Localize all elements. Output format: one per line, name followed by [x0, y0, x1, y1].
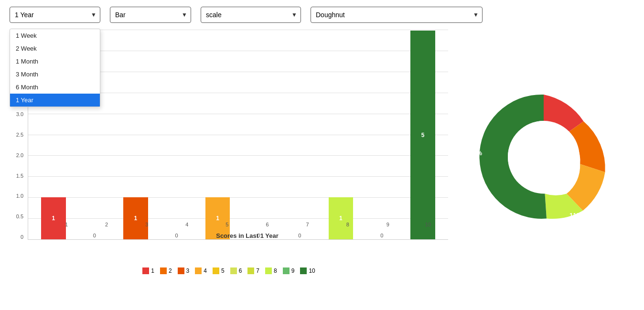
y-label-15: 1.5 [16, 173, 23, 179]
dd-option-2week[interactable]: 2 Week [10, 42, 100, 55]
legend-label-3: 3 [186, 267, 190, 274]
legend-label-1: 1 [151, 267, 154, 274]
legend-label-4: 4 [204, 267, 207, 274]
legend-item-3: 3 [178, 267, 190, 274]
dd-option-6month[interactable]: 6 Month [10, 81, 100, 94]
legend-color-9 [283, 267, 290, 274]
scale-select[interactable]: scalelinearlog [201, 7, 301, 23]
doughnut-chart: 11% 11% 11% 11% 56% [462, 75, 625, 238]
top-controls: 1 Week2 Week1 Month3 Month6 Month1 Year … [0, 0, 644, 30]
y-label-20: 2.0 [16, 152, 23, 158]
legend-item-4: 4 [195, 267, 207, 274]
x-label-10: 10 [408, 222, 448, 227]
y-label-25: 2.5 [16, 132, 23, 138]
bar-10: 5 [410, 31, 435, 239]
bar-group-10: 5 [402, 30, 443, 239]
legend-color-8 [265, 267, 272, 274]
legend-item-5: 5 [213, 267, 225, 274]
legend-color-4 [195, 267, 202, 274]
legend-color-6 [230, 267, 237, 274]
legend-label-2: 2 [169, 267, 172, 274]
donut-label-11-orange: 11% [617, 154, 630, 161]
y-label-00: 0 [21, 234, 23, 240]
chart-type-select[interactable]: BarLineScatter [110, 7, 191, 23]
x-label-5: 5 [207, 222, 247, 227]
bar-group-4: 0 [156, 30, 197, 239]
dd-option-1month[interactable]: 1 Month [10, 55, 100, 68]
x-axis-title: Scores in Last 1 Year [46, 232, 448, 239]
legend-item-9: 9 [283, 267, 295, 274]
bar-group-7: 0 [279, 30, 320, 239]
y-label-30: 3.0 [16, 111, 23, 117]
legend-color-7 [247, 267, 254, 274]
donut-label-56-green: 56% [470, 150, 482, 157]
x-label-8: 8 [328, 222, 368, 227]
scale-dropdown-wrapper: scalelinearlog ▼ [201, 7, 301, 23]
legend-item-10: 10 [300, 267, 315, 274]
time-period-select[interactable]: 1 Week2 Week1 Month3 Month6 Month1 Year [10, 7, 100, 23]
legend-label-7: 7 [256, 267, 259, 274]
bar-group-6: 0 [238, 30, 279, 239]
x-label-1: 1 [46, 222, 86, 227]
legend-label-8: 8 [274, 267, 277, 274]
doughnut-svg [462, 75, 625, 238]
legend-item-8: 8 [265, 267, 277, 274]
legend-item-1: 1 [142, 267, 154, 274]
legend-label-9: 9 [291, 267, 295, 274]
x-label-3: 3 [127, 222, 167, 227]
bar-group-5: 1 [197, 30, 238, 239]
donut-label-11-yellow: 11% [608, 192, 620, 200]
legend-item-6: 6 [230, 267, 242, 274]
bar-group-8: 1 [320, 30, 361, 239]
y-label-10: 1.0 [16, 193, 23, 199]
x-label-9: 9 [368, 222, 408, 227]
x-label-7: 7 [288, 222, 328, 227]
x-label-4: 4 [167, 222, 207, 227]
donut-center-hole [508, 121, 580, 192]
doughnut-area: 11% 11% 11% 11% 56% [453, 30, 634, 274]
dd-option-1week[interactable]: 1 Week [10, 29, 100, 42]
shape-dropdown-wrapper: DoughnutPie ▼ [311, 7, 483, 23]
bar-group-3: 1 [115, 30, 156, 239]
legend-color-1 [142, 267, 149, 274]
legend-label-6: 6 [239, 267, 242, 274]
donut-label-11-yellowgreen: 11% [569, 212, 582, 219]
legend-color-10 [300, 267, 307, 274]
legend-color-5 [213, 267, 219, 274]
legend: 1 2 3 4 5 6 7 [10, 264, 448, 274]
donut-label-11-red: 11% [598, 102, 611, 109]
legend-label-10: 10 [309, 267, 315, 274]
legend-item-7: 7 [247, 267, 259, 274]
legend-label-5: 5 [221, 267, 225, 274]
legend-item-2: 2 [160, 267, 172, 274]
dd-option-3month[interactable]: 3 Month [10, 68, 100, 81]
legend-color-3 [178, 267, 184, 274]
chart-type-dropdown-wrapper: BarLineScatter ▼ [110, 7, 191, 23]
x-label-2: 2 [86, 222, 127, 227]
x-axis: 1 2 3 4 5 6 7 8 9 10 [46, 222, 448, 227]
x-label-6: 6 [247, 222, 287, 227]
dd-option-1year[interactable]: 1 Year [10, 94, 100, 107]
shape-select[interactable]: DoughnutPie [311, 7, 483, 23]
legend-color-2 [160, 267, 167, 274]
time-dropdown-open: 1 Week 2 Week 1 Month 3 Month 6 Month 1 … [10, 29, 100, 107]
time-dropdown-wrapper: 1 Week2 Week1 Month3 Month6 Month1 Year … [10, 7, 100, 23]
bar-group-9: 0 [361, 30, 402, 239]
y-label-05: 0.5 [16, 214, 23, 219]
